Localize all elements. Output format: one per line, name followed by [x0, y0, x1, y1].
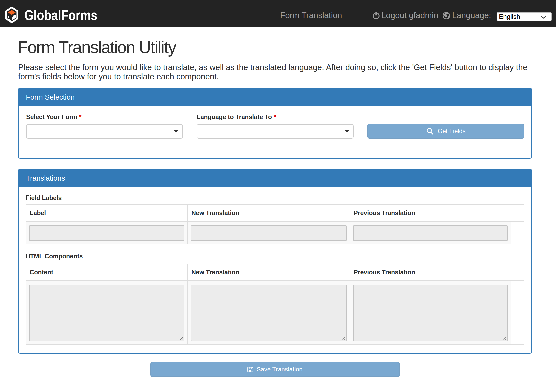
- svg-text:GlobalForms: GlobalForms: [24, 7, 97, 23]
